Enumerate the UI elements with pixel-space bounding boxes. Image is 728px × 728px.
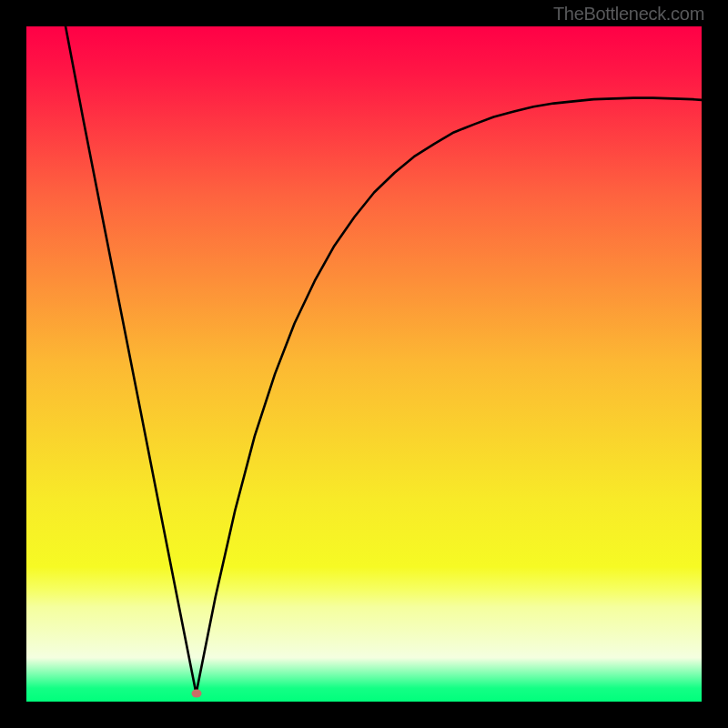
watermark-label: TheBottleneck.com: [553, 4, 704, 25]
plot-area: [26, 26, 702, 702]
curve-line: [26, 26, 702, 702]
minimum-marker-dot: [191, 690, 201, 698]
